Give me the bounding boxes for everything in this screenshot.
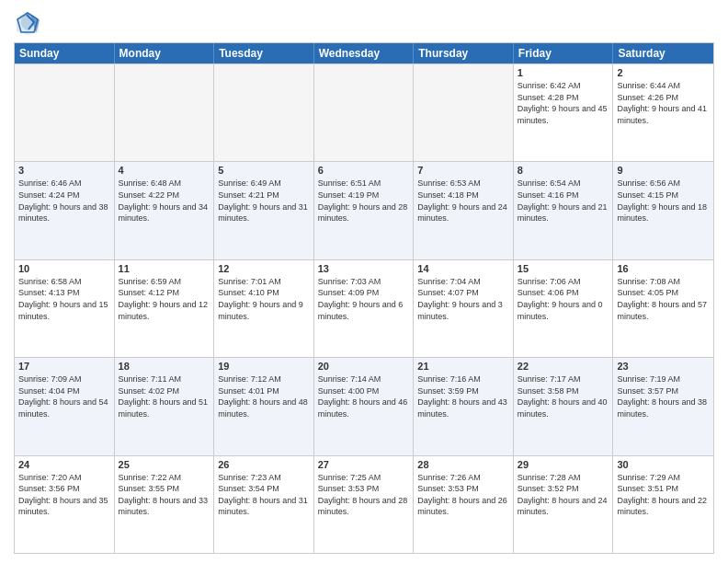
day-number: 28 [417,459,509,470]
header-cell-tuesday: Tuesday [214,43,314,63]
day-cell-5: 5Sunrise: 6:49 AM Sunset: 4:21 PM Daylig… [214,162,314,259]
calendar-row-4: 24Sunrise: 7:20 AM Sunset: 3:56 PM Dayli… [15,455,713,553]
day-info: Sunrise: 6:44 AM Sunset: 4:26 PM Dayligh… [617,80,710,126]
day-info: Sunrise: 7:11 AM Sunset: 4:02 PM Dayligh… [119,373,210,419]
day-cell-14: 14Sunrise: 7:04 AM Sunset: 4:07 PM Dayli… [414,260,514,357]
day-info: Sunrise: 6:42 AM Sunset: 4:28 PM Dayligh… [518,80,609,126]
day-info: Sunrise: 7:23 AM Sunset: 3:54 PM Dayligh… [218,472,310,518]
header-cell-friday: Friday [514,43,614,63]
calendar-body: 1Sunrise: 6:42 AM Sunset: 4:28 PM Daylig… [15,63,713,553]
day-number: 16 [617,263,710,274]
day-info: Sunrise: 6:49 AM Sunset: 4:21 PM Dayligh… [218,178,310,224]
day-cell-3: 3Sunrise: 6:46 AM Sunset: 4:24 PM Daylig… [15,162,115,259]
day-info: Sunrise: 7:26 AM Sunset: 3:53 PM Dayligh… [417,472,509,518]
day-info: Sunrise: 7:20 AM Sunset: 3:56 PM Dayligh… [18,472,110,518]
calendar-row-2: 10Sunrise: 6:58 AM Sunset: 4:13 PM Dayli… [15,259,713,357]
calendar-row-3: 17Sunrise: 7:09 AM Sunset: 4:04 PM Dayli… [15,357,713,454]
day-cell-29: 29Sunrise: 7:28 AM Sunset: 3:52 PM Dayli… [514,456,614,553]
day-info: Sunrise: 6:53 AM Sunset: 4:18 PM Dayligh… [417,178,509,224]
day-cell-26: 26Sunrise: 7:23 AM Sunset: 3:54 PM Dayli… [214,456,314,553]
day-cell-9: 9Sunrise: 6:56 AM Sunset: 4:15 PM Daylig… [613,162,713,259]
header-cell-sunday: Sunday [15,43,115,63]
day-info: Sunrise: 7:08 AM Sunset: 4:05 PM Dayligh… [617,276,710,322]
day-info: Sunrise: 7:04 AM Sunset: 4:07 PM Dayligh… [417,276,509,322]
day-number: 23 [617,361,710,372]
day-cell-24: 24Sunrise: 7:20 AM Sunset: 3:56 PM Dayli… [15,456,115,553]
day-number: 24 [18,459,110,470]
day-info: Sunrise: 7:29 AM Sunset: 3:51 PM Dayligh… [617,472,710,518]
day-number: 17 [18,361,110,372]
calendar-header: SundayMondayTuesdayWednesdayThursdayFrid… [15,43,713,63]
day-info: Sunrise: 7:09 AM Sunset: 4:04 PM Dayligh… [18,373,110,419]
day-number: 18 [119,361,210,372]
day-info: Sunrise: 7:16 AM Sunset: 3:59 PM Dayligh… [417,373,509,419]
day-number: 8 [518,165,609,176]
header-cell-thursday: Thursday [414,43,514,63]
day-number: 11 [119,263,210,274]
day-number: 3 [18,165,110,176]
day-cell-7: 7Sunrise: 6:53 AM Sunset: 4:18 PM Daylig… [414,162,514,259]
day-number: 6 [318,165,410,176]
day-number: 22 [518,361,609,372]
day-info: Sunrise: 7:06 AM Sunset: 4:06 PM Dayligh… [518,276,609,322]
day-cell-2: 2Sunrise: 6:44 AM Sunset: 4:26 PM Daylig… [613,64,713,161]
empty-cell [414,64,514,161]
day-info: Sunrise: 6:48 AM Sunset: 4:22 PM Dayligh… [119,178,210,224]
header-cell-saturday: Saturday [613,43,713,63]
day-number: 4 [119,165,210,176]
day-cell-6: 6Sunrise: 6:51 AM Sunset: 4:19 PM Daylig… [314,162,415,259]
day-cell-1: 1Sunrise: 6:42 AM Sunset: 4:28 PM Daylig… [514,64,614,161]
day-cell-16: 16Sunrise: 7:08 AM Sunset: 4:05 PM Dayli… [613,260,713,357]
day-info: Sunrise: 7:19 AM Sunset: 3:57 PM Dayligh… [617,373,710,419]
day-number: 21 [417,361,509,372]
day-cell-27: 27Sunrise: 7:25 AM Sunset: 3:53 PM Dayli… [314,456,415,553]
day-info: Sunrise: 7:12 AM Sunset: 4:01 PM Dayligh… [218,373,310,419]
header-area [14,9,714,37]
day-info: Sunrise: 6:58 AM Sunset: 4:13 PM Dayligh… [18,276,110,322]
empty-cell [115,64,215,161]
day-number: 10 [18,263,110,274]
day-cell-23: 23Sunrise: 7:19 AM Sunset: 3:57 PM Dayli… [613,358,713,454]
day-number: 15 [518,263,609,274]
empty-cell [214,64,314,161]
day-cell-17: 17Sunrise: 7:09 AM Sunset: 4:04 PM Dayli… [15,358,115,454]
day-info: Sunrise: 6:59 AM Sunset: 4:12 PM Dayligh… [119,276,210,322]
day-number: 14 [417,263,509,274]
calendar-row-0: 1Sunrise: 6:42 AM Sunset: 4:28 PM Daylig… [15,63,713,161]
day-info: Sunrise: 7:28 AM Sunset: 3:52 PM Dayligh… [518,472,609,518]
day-number: 5 [218,165,310,176]
day-cell-22: 22Sunrise: 7:17 AM Sunset: 3:58 PM Dayli… [514,358,614,454]
day-info: Sunrise: 7:01 AM Sunset: 4:10 PM Dayligh… [218,276,310,322]
day-info: Sunrise: 7:14 AM Sunset: 4:00 PM Dayligh… [318,373,410,419]
logo-icon [14,9,41,37]
day-number: 29 [518,459,609,470]
calendar: SundayMondayTuesdayWednesdayThursdayFrid… [14,42,714,554]
day-cell-20: 20Sunrise: 7:14 AM Sunset: 4:00 PM Dayli… [314,358,415,454]
day-cell-15: 15Sunrise: 7:06 AM Sunset: 4:06 PM Dayli… [514,260,614,357]
day-info: Sunrise: 7:03 AM Sunset: 4:09 PM Dayligh… [318,276,410,322]
header-cell-wednesday: Wednesday [314,43,415,63]
day-number: 20 [318,361,410,372]
logo [14,9,45,37]
day-number: 12 [218,263,310,274]
day-number: 26 [218,459,310,470]
day-cell-12: 12Sunrise: 7:01 AM Sunset: 4:10 PM Dayli… [214,260,314,357]
day-cell-10: 10Sunrise: 6:58 AM Sunset: 4:13 PM Dayli… [15,260,115,357]
empty-cell [314,64,415,161]
day-number: 27 [318,459,410,470]
day-cell-4: 4Sunrise: 6:48 AM Sunset: 4:22 PM Daylig… [115,162,215,259]
header-cell-monday: Monday [115,43,215,63]
day-number: 30 [617,459,710,470]
day-info: Sunrise: 7:25 AM Sunset: 3:53 PM Dayligh… [318,472,410,518]
day-cell-11: 11Sunrise: 6:59 AM Sunset: 4:12 PM Dayli… [115,260,215,357]
day-cell-21: 21Sunrise: 7:16 AM Sunset: 3:59 PM Dayli… [414,358,514,454]
day-cell-19: 19Sunrise: 7:12 AM Sunset: 4:01 PM Dayli… [214,358,314,454]
day-number: 1 [518,67,609,78]
day-number: 7 [417,165,509,176]
page: SundayMondayTuesdayWednesdayThursdayFrid… [0,0,728,563]
empty-cell [15,64,115,161]
day-info: Sunrise: 7:17 AM Sunset: 3:58 PM Dayligh… [518,373,609,419]
day-cell-13: 13Sunrise: 7:03 AM Sunset: 4:09 PM Dayli… [314,260,415,357]
day-number: 9 [617,165,710,176]
day-cell-25: 25Sunrise: 7:22 AM Sunset: 3:55 PM Dayli… [115,456,215,553]
